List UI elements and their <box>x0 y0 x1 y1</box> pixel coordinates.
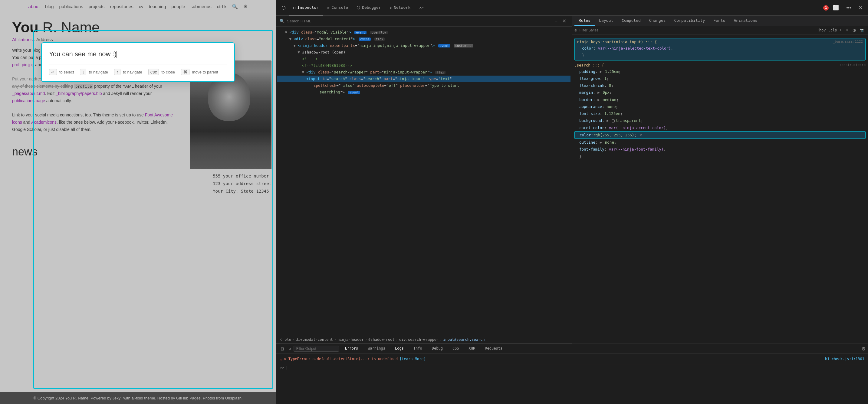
filter-add-rule-btn[interactable]: + <box>838 27 843 33</box>
network-tab-icon: ↕ <box>390 5 392 10</box>
filter-moon-btn[interactable]: ◑ <box>851 27 857 33</box>
css-prop-font-family[interactable]: font-family: var(--ninja-font-family); <box>575 146 866 153</box>
hint-parent: ⌘ move to parent <box>181 69 218 75</box>
responsive-mode-btn[interactable]: ⬜ <box>830 3 842 12</box>
console-tab-requests[interactable]: Requests <box>481 345 506 352</box>
background-swatch[interactable] <box>612 120 615 123</box>
css-prop-flex-shrink[interactable]: flex-shrink: 0; <box>575 82 866 89</box>
console-tab-errors[interactable]: Errors <box>341 345 362 352</box>
hint-navigate-down: ↓ to navigate <box>80 69 108 75</box>
more-tools-btn[interactable]: ••• <box>843 3 855 12</box>
css-prop-color-highlighted[interactable]: color:rgb(255, 255, 255); ⊘ <box>575 131 866 139</box>
badge-event-3: event <box>438 44 451 47</box>
css-prop-margin[interactable]: margin: ▶ 0px; <box>575 89 866 96</box>
css-prop-border[interactable]: border: ▶ medium; <box>575 96 866 103</box>
teal-highlight-border <box>33 30 273 389</box>
more-tab-label: >> <box>419 5 424 10</box>
css-prop-font-size[interactable]: font-size: 1.125em; <box>575 110 866 117</box>
breadcrumb-item-3[interactable]: ninja-header <box>337 337 364 342</box>
tree-line-8-selected[interactable]: <input id="search" class="search" part="… <box>277 76 570 82</box>
modal-dialog[interactable]: You can see me now :) ↵ to select ↓ to n… <box>41 42 235 82</box>
tree-line-9[interactable]: spellcheck="false" autocomplete="off" pl… <box>277 82 570 89</box>
sub-tab-layout[interactable]: Layout <box>595 16 617 26</box>
console-tab-xhr[interactable]: XHR <box>465 345 479 352</box>
tab-network[interactable]: ↕ Network <box>385 0 415 15</box>
html-search-input[interactable] <box>287 19 551 23</box>
tab-console[interactable]: ▷ Console <box>323 0 352 15</box>
console-tab-logs[interactable]: Logs <box>391 345 407 352</box>
css-prop-line-1[interactable]: color: var(--ninja-selected-text-color); <box>577 45 863 52</box>
breadcrumb-item-4[interactable]: #shadow-root <box>368 337 395 342</box>
css-prop-caret-color[interactable]: caret-color: var(--ninja-accent-color); <box>575 124 866 131</box>
console-error-text: » TypeError: a.default.detectStore(...) … <box>284 356 398 362</box>
css-rules-content: ninja-keys::part(ninja-input) ::: { _bas… <box>572 34 868 343</box>
breadcrumb-back-btn[interactable]: < <box>278 337 283 342</box>
hint-navigate-up-label: to navigate <box>123 70 142 74</box>
error-badge: 1 <box>823 5 829 10</box>
close-devtools-btn[interactable]: ✕ <box>856 3 866 12</box>
sub-tab-compatibility[interactable]: Compatibility <box>670 16 709 26</box>
filter-styles-input[interactable] <box>579 28 814 32</box>
console-settings-btn[interactable]: ⚙ <box>861 346 866 352</box>
filter-sun-btn[interactable]: ☀ <box>844 27 850 33</box>
sub-tab-rules[interactable]: Rules <box>575 16 595 26</box>
filter-hover-hint: :hov <box>817 28 826 32</box>
console-error-location: h1-check.js:1:1301 <box>825 356 864 362</box>
css-source-file-1: _base.scss:1122 <box>833 40 863 44</box>
inspector-tab-label: Inspector <box>297 5 318 10</box>
console-tab-debug[interactable]: Debug <box>428 345 446 352</box>
hint-navigate-up: ↑ to navigate <box>114 69 142 75</box>
console-clear-btn[interactable]: 🗑 <box>278 346 286 352</box>
network-tab-label: Network <box>394 5 410 10</box>
css-prop-padding[interactable]: padding: ▶ 1.25em; <box>575 68 866 75</box>
key-cmd: ⌘ <box>181 69 189 75</box>
close-search-btn[interactable]: ✕ <box>560 18 568 25</box>
tree-line-3[interactable]: ▼ <ninja-header exportparts="ninja-input… <box>277 42 570 49</box>
tree-line-1[interactable]: ▼ <div class="modal visible"> event over… <box>277 29 570 36</box>
console-filter-input[interactable] <box>293 346 339 352</box>
breadcrumb-item-2[interactable]: div.modal-content <box>296 337 333 342</box>
sub-tab-changes[interactable]: Changes <box>645 16 670 26</box>
css-prop-flex-grow[interactable]: flex-grow: 1; <box>575 75 866 82</box>
console-tab-info[interactable]: Info <box>410 345 426 352</box>
filter-icon: ⊘ <box>575 28 577 33</box>
css-prop-appearance[interactable]: appearance: none; <box>575 103 866 110</box>
color-filter-icon[interactable]: ⊘ <box>640 133 643 137</box>
tree-line-2[interactable]: ▼ <div class="modal-content"> event flex <box>277 36 570 42</box>
tab-more[interactable]: >> <box>415 0 428 15</box>
modal-search-text[interactable]: You can see me now :) <box>49 50 227 58</box>
css-source-file-2: constructed:b <box>840 63 866 67</box>
console-tab-warnings[interactable]: Warnings <box>364 345 389 352</box>
breadcrumb-item-1[interactable]: ole <box>284 337 291 342</box>
tab-debugger[interactable]: ⬡ Debugger <box>352 0 385 15</box>
console-prompt-cursor[interactable]: | <box>286 366 288 370</box>
console-prompt: >> | <box>278 364 866 371</box>
tree-line-4[interactable]: ▼ #shadow-root (open) <box>277 49 570 56</box>
sub-tab-fonts[interactable]: Fonts <box>709 16 730 26</box>
tree-line-6[interactable]: <!--?lit$844986198$--> <box>277 62 570 69</box>
key-up: ↑ <box>114 69 120 75</box>
tree-line-7[interactable]: ▼ <div class="search-wrapper" part="ninj… <box>277 69 570 76</box>
inspector-cursor-tool[interactable]: ⬡ <box>278 3 289 12</box>
sub-tab-computed[interactable]: Computed <box>617 16 645 26</box>
tree-line-5[interactable]: <!----> <box>277 56 570 62</box>
html-search-bar: 🔍 + ✕ <box>276 16 572 27</box>
tree-line-10[interactable]: searching"> event <box>277 89 570 96</box>
console-learn-more-link[interactable]: [Learn More] <box>400 356 426 362</box>
add-attribute-btn[interactable]: + <box>553 18 559 25</box>
css-prop-background[interactable]: background: ▶ transparent; <box>575 117 866 124</box>
breadcrumb-item-5[interactable]: div.search-wrapper <box>399 337 438 342</box>
debugger-tab-icon: ⬡ <box>356 5 360 10</box>
hint-parent-label: move to parent <box>192 70 218 74</box>
breadcrumb-item-6[interactable]: input#search.search <box>443 337 485 342</box>
hint-select: ↵ to select <box>49 69 74 75</box>
badge-flex-7: flex <box>435 71 445 74</box>
sub-tabs: Rules Layout Computed Changes Compatibil… <box>572 16 868 26</box>
filter-screenshot-btn[interactable]: 📷 <box>858 27 866 33</box>
tab-inspector[interactable]: ◻ Inspector <box>289 0 323 15</box>
toolbar-right: 1 ⬜ ••• ✕ <box>823 3 866 12</box>
key-esc: esc <box>148 69 159 75</box>
console-tab-css[interactable]: CSS <box>449 345 463 352</box>
css-prop-outline[interactable]: outline: ▶ none; <box>575 139 866 146</box>
sub-tab-animations[interactable]: Animations <box>730 16 762 26</box>
